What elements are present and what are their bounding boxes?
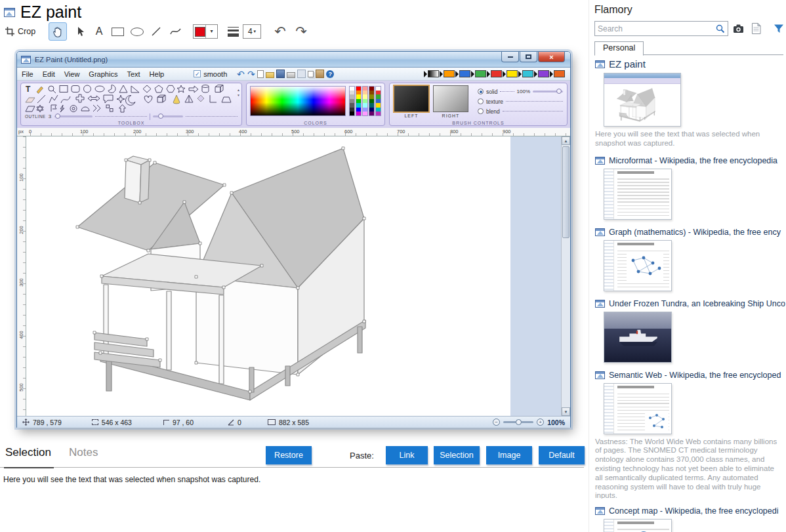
left-brush-swatch[interactable]: LEFT [394,85,429,118]
toolbox-panel[interactable]: T [20,83,242,126]
snapshot-title[interactable]: EZ paint [595,58,785,70]
radio-solid[interactable]: solid 100% [478,87,563,96]
snapshot-thumbnail[interactable] [604,383,672,434]
restore-button[interactable]: Restore [266,446,312,464]
snapshot-list: EZ paint Here you will see the text that… [594,58,786,532]
snapshot-title[interactable]: Microformat - Wikipedia, the free encycl… [595,156,785,165]
snapshot-title[interactable]: Concept map - Wikipedia, the free encycl… [595,506,785,516]
print-icon[interactable] [287,72,295,78]
undo-icon: ↶ [274,24,286,39]
vertical-scrollbar[interactable]: ▲ ▼ [561,136,570,416]
secondary-slider[interactable] [153,115,183,117]
undo-icon[interactable]: ↶ [236,70,245,78]
checkmark-icon: ✓ [194,70,201,77]
vertical-ruler: 100 200 300 400 500 [17,136,26,416]
freehand-tool-button[interactable] [167,22,184,41]
snapshot-thumbnail[interactable] [604,240,672,291]
text-tool-button[interactable]: A [92,22,106,41]
line-tool-button[interactable] [148,22,164,41]
main-area: EZ paint Crop A [0,0,589,532]
svg-text:T: T [26,85,31,94]
stroke-size-dropdown[interactable]: 4 ▾ [243,24,261,39]
snapshot-title[interactable]: Under Frozen Tundra, an Icebreaking Ship… [595,299,785,308]
search-input[interactable] [598,24,716,33]
opacity-slider[interactable] [533,91,563,92]
paste-default-button[interactable]: Default [539,446,585,464]
drawing-canvas[interactable] [26,136,510,416]
menu-view[interactable]: View [60,70,85,78]
smooth-checkbox[interactable]: ✓ smooth [194,70,227,78]
zoom-slider[interactable] [503,421,533,423]
menu-file[interactable]: File [17,70,38,78]
tab-selection[interactable]: Selection [5,446,51,468]
redo-icon[interactable]: ↷ [247,70,255,78]
new-note-button[interactable] [749,22,764,36]
minimize-button[interactable] [501,52,519,62]
snapshot-thumbnail[interactable] [604,73,681,127]
concept-map-doodle [624,530,663,532]
line-width-button[interactable] [226,22,240,41]
right-brush-swatch[interactable]: RIGHT [433,85,468,118]
color-picker-dropdown[interactable]: ▾ [193,24,218,39]
snapshot-title[interactable]: Graph (mathematics) - Wikipedia, the fre… [595,228,785,237]
redo-button[interactable]: ↷ [293,22,310,41]
scroll-down-icon[interactable]: ▼ [562,407,570,416]
menu-edit[interactable]: Edit [38,70,60,78]
snapshot-thumbnail[interactable] [604,169,672,220]
camera-button[interactable] [732,22,746,36]
close-button[interactable]: × [538,52,565,62]
ellipse-tool-button[interactable] [129,22,146,41]
copy-icon[interactable] [308,71,314,77]
gradient-strip [428,70,439,77]
search-icon[interactable] [716,24,725,33]
hand-tool-button[interactable] [49,22,67,41]
snapshot-icon [595,60,605,68]
radio-texture[interactable]: texture [478,96,563,106]
hand-icon [52,26,63,37]
crop-button[interactable]: Crop [5,22,35,41]
palette-strips[interactable] [423,70,565,77]
snapshot-thumbnail[interactable] [604,312,672,363]
snapshot-title[interactable]: Semantic Web - Wikipedia, the free encyc… [595,371,785,380]
colors-panel[interactable]: COLORS [246,83,385,126]
save-icon[interactable] [276,70,285,78]
zoom-out-icon[interactable]: − [493,419,500,426]
search-row [594,21,786,36]
scrollbar-thumb[interactable] [562,146,569,238]
tab-personal[interactable]: Personal [594,41,644,56]
app-header: EZ paint [4,3,81,22]
rectangle-tool-button[interactable] [109,22,126,41]
flamory-app: EZ paint Crop A [0,0,786,532]
tab-notes[interactable]: Notes [69,446,98,468]
menu-help[interactable]: Help [145,70,169,78]
outline-slider-row[interactable]: OUTLINE 3 [25,112,238,121]
radio-blend[interactable]: blend [478,106,563,116]
paste-link-button[interactable]: Link [386,446,428,464]
outline-slider[interactable] [54,115,93,117]
color-swatches[interactable] [349,86,381,116]
menu-graphics[interactable]: Graphics [84,70,122,78]
scroll-up-icon[interactable]: ▲ [562,136,570,145]
toolbox-scroll-arrows[interactable]: ▲▼ [237,89,240,97]
toolbox-shapes[interactable]: T [24,84,234,113]
open-file-icon[interactable] [266,72,274,78]
paste-icon[interactable] [316,70,324,78]
cut-icon[interactable] [297,70,306,78]
brush-controls-label: BRUSH CONTROLS [390,121,567,125]
zoom-in-icon[interactable]: + [537,419,544,426]
maximize-button[interactable] [520,52,537,62]
snapshot-viewer[interactable]: EZ Paint (Untitled.png) × File Edit View… [16,51,571,428]
color-spectrum[interactable] [250,86,346,116]
new-file-icon[interactable] [257,70,264,78]
paste-image-button[interactable]: Image [486,446,532,464]
undo-button[interactable]: ↶ [272,22,289,41]
menu-text[interactable]: Text [122,70,144,78]
snapshot-thumbnail[interactable] [604,519,672,532]
snapshot-note: Vastness: The World Wide Web contains ma… [595,438,781,499]
search-box[interactable] [594,21,728,36]
paste-selection-button[interactable]: Selection [434,446,480,464]
filter-button[interactable] [772,22,786,36]
help-icon[interactable]: ? [326,70,334,78]
paint-window-title: EZ Paint (Untitled.png) [35,56,108,64]
select-tool-button[interactable] [72,22,88,41]
